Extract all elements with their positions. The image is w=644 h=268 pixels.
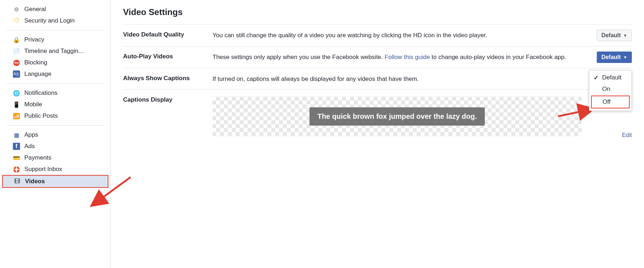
setting-caption-display: Captions Display The quick brown fox jum… bbox=[123, 89, 632, 143]
setting-desc: You can still change the quality of a vi… bbox=[213, 31, 632, 40]
sidebar-item-label: General bbox=[24, 6, 46, 13]
select-value: Default bbox=[601, 54, 621, 60]
setting-desc: These settings only apply when you use t… bbox=[213, 53, 632, 62]
sidebar-item-security[interactable]: 🛡 Security and Login bbox=[0, 15, 111, 26]
sidebar-divider bbox=[6, 83, 104, 84]
block-icon: ⛔ bbox=[13, 59, 20, 66]
setting-video-quality: Video Default Quality You can still chan… bbox=[123, 24, 632, 46]
sidebar-item-label: Support Inbox bbox=[24, 166, 62, 173]
caption-preview-text: The quick brown fox jumped over the lazy… bbox=[309, 107, 485, 126]
page-title: Video Settings bbox=[123, 7, 632, 17]
settings-sidebar: ⚙ General 🛡 Security and Login 🔒 Privacy… bbox=[0, 0, 111, 268]
caption-display-edit-link[interactable]: Edit bbox=[622, 132, 632, 138]
sidebar-item-label: Apps bbox=[24, 131, 38, 138]
sidebar-item-label: Ads bbox=[24, 143, 35, 150]
sidebar-item-language[interactable]: A文 Language bbox=[0, 68, 111, 80]
facebook-icon: f bbox=[13, 143, 20, 150]
chevron-down-icon: ▼ bbox=[623, 33, 627, 38]
film-icon: 🎞 bbox=[14, 178, 21, 185]
autoplay-dropdown: Default On Off bbox=[589, 70, 632, 111]
rss-icon: 📶 bbox=[13, 112, 20, 120]
lock-icon: 🔒 bbox=[13, 36, 20, 43]
setting-label: Auto-Play Videos bbox=[123, 53, 213, 62]
sidebar-item-privacy[interactable]: 🔒 Privacy bbox=[0, 34, 111, 45]
autoplay-select[interactable]: Default ▼ bbox=[597, 52, 632, 63]
chevron-down-icon: ▼ bbox=[623, 55, 627, 59]
sidebar-item-mobile[interactable]: 📱 Mobile bbox=[0, 99, 111, 110]
sidebar-item-label: Blocking bbox=[24, 59, 47, 66]
card-icon: 💳 bbox=[13, 154, 20, 161]
sidebar-item-timeline[interactable]: 📄 Timeline and Taggin... bbox=[0, 45, 111, 57]
setting-captions: Always Show Captions If turned on, capti… bbox=[123, 68, 632, 90]
sidebar-item-payments[interactable]: 💳 Payments bbox=[0, 152, 111, 164]
sidebar-item-label: Mobile bbox=[24, 101, 42, 108]
sidebar-item-apps[interactable]: ▦ Apps bbox=[0, 129, 111, 141]
sidebar-item-label: Public Posts bbox=[24, 112, 58, 120]
select-value: Default bbox=[601, 32, 621, 39]
sidebar-item-label: Security and Login bbox=[24, 17, 75, 24]
sidebar-item-label: Timeline and Taggin... bbox=[24, 48, 83, 55]
sidebar-item-ads[interactable]: f Ads bbox=[0, 141, 111, 152]
page-icon: 📄 bbox=[13, 48, 20, 55]
language-icon: A文 bbox=[13, 70, 20, 78]
setting-desc: If turned on, captions will always be di… bbox=[213, 75, 632, 83]
caption-preview-area: The quick brown fox jumped over the lazy… bbox=[213, 96, 582, 136]
shield-icon: 🛡 bbox=[13, 17, 20, 24]
main-content: Video Settings Video Default Quality You… bbox=[111, 0, 644, 268]
sidebar-item-label: Notifications bbox=[24, 89, 58, 97]
setting-label: Video Default Quality bbox=[123, 31, 213, 40]
sidebar-item-label: Videos bbox=[25, 178, 45, 185]
sidebar-item-general[interactable]: ⚙ General bbox=[0, 4, 111, 15]
sidebar-item-notifications[interactable]: 🌐 Notifications bbox=[0, 87, 111, 99]
sidebar-item-label: Payments bbox=[24, 154, 52, 161]
globe-icon: 🌐 bbox=[13, 89, 20, 97]
sidebar-item-public-posts[interactable]: 📶 Public Posts bbox=[0, 110, 111, 122]
gear-icon: ⚙ bbox=[13, 6, 20, 13]
lifebuoy-icon: 🛟 bbox=[13, 166, 20, 173]
sidebar-item-label: Language bbox=[24, 70, 52, 78]
autoplay-option-off[interactable]: Off bbox=[591, 96, 630, 108]
autoplay-guide-link[interactable]: Follow this guide bbox=[385, 54, 430, 60]
sidebar-item-support-inbox[interactable]: 🛟 Support Inbox bbox=[0, 164, 111, 175]
setting-label: Always Show Captions bbox=[123, 75, 213, 83]
setting-autoplay: Auto-Play Videos These settings only app… bbox=[123, 46, 632, 68]
sidebar-item-label: Privacy bbox=[24, 36, 44, 43]
autoplay-option-on[interactable]: On bbox=[589, 83, 631, 95]
sidebar-divider bbox=[6, 30, 104, 30]
apps-icon: ▦ bbox=[13, 131, 20, 138]
phone-icon: 📱 bbox=[13, 101, 20, 108]
autoplay-option-default[interactable]: Default bbox=[589, 72, 631, 83]
sidebar-item-videos[interactable]: 🎞 Videos bbox=[2, 175, 108, 188]
sidebar-item-blocking[interactable]: ⛔ Blocking bbox=[0, 57, 111, 68]
setting-label: Captions Display bbox=[123, 96, 213, 103]
sidebar-divider bbox=[6, 125, 104, 126]
quality-select[interactable]: Default ▼ bbox=[597, 30, 632, 41]
